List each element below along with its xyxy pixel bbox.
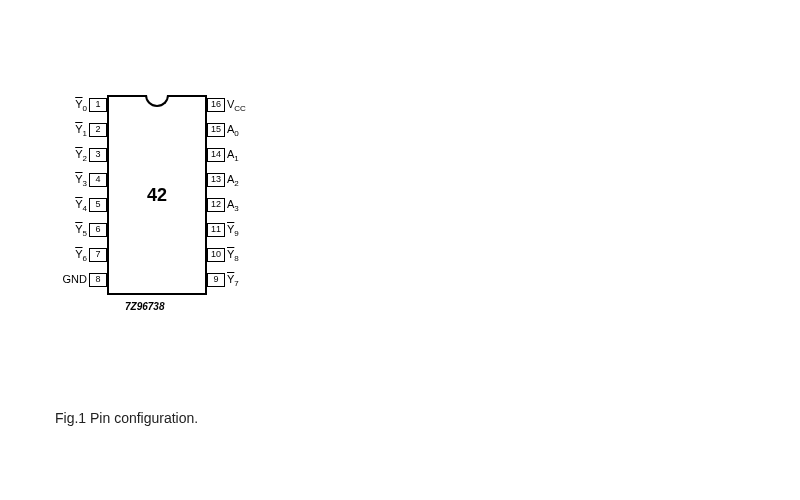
pin-label-10: Y8 xyxy=(227,248,239,260)
pin-5: 5 xyxy=(89,198,107,212)
pin-4: 4 xyxy=(89,173,107,187)
figure-caption: Fig.1 Pin configuration. xyxy=(55,410,198,426)
pin-label-9: Y7 xyxy=(227,273,239,285)
pin-label-13: A2 xyxy=(227,173,239,185)
pin-label-15: A0 xyxy=(227,123,239,135)
pin-15: 15 xyxy=(207,123,225,137)
pin-label-3: Y2 xyxy=(55,148,87,160)
pin-10: 10 xyxy=(207,248,225,262)
pin-label-16: VCC xyxy=(227,98,246,110)
pin-label-12: A3 xyxy=(227,198,239,210)
pin-7: 7 xyxy=(89,248,107,262)
pin-14: 14 xyxy=(207,148,225,162)
pin-label-8: GND xyxy=(55,273,87,285)
chip-notch xyxy=(145,95,169,107)
pin-label-2: Y1 xyxy=(55,123,87,135)
pin-8: 8 xyxy=(89,273,107,287)
pin-label-11: Y9 xyxy=(227,223,239,235)
pin-label-14: A1 xyxy=(227,148,239,160)
pin-1: 1 xyxy=(89,98,107,112)
pin-label-4: Y3 xyxy=(55,173,87,185)
chip-body: 42 xyxy=(107,95,207,295)
pin-label-6: Y5 xyxy=(55,223,87,235)
pin-16: 16 xyxy=(207,98,225,112)
pin-label-7: Y6 xyxy=(55,248,87,260)
pin-2: 2 xyxy=(89,123,107,137)
pin-13: 13 xyxy=(207,173,225,187)
pin-9: 9 xyxy=(207,273,225,287)
pin-3: 3 xyxy=(89,148,107,162)
pin-label-1: Y0 xyxy=(55,98,87,110)
pin-12: 12 xyxy=(207,198,225,212)
pin-label-5: Y4 xyxy=(55,198,87,210)
chip-center-label: 42 xyxy=(109,185,205,206)
pin-6: 6 xyxy=(89,223,107,237)
chip-part-code: 7Z96738 xyxy=(125,301,164,312)
pin-11: 11 xyxy=(207,223,225,237)
